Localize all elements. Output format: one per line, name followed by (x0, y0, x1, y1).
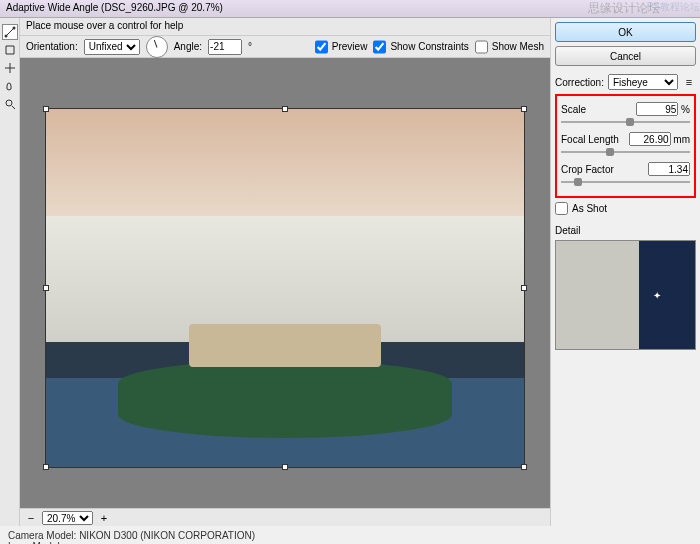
crop-handle[interactable] (282, 106, 288, 112)
show-mesh-checkbox[interactable]: Show Mesh (475, 39, 544, 55)
hand-tool-icon[interactable] (2, 78, 18, 94)
crop-handle[interactable] (43, 285, 49, 291)
window-title: Adaptive Wide Angle (DSC_9260.JPG @ 20.7… (6, 2, 223, 13)
correction-select[interactable]: Fisheye (608, 74, 678, 90)
options-bar: Orientation: Unfixed Angle: ° Preview Sh… (20, 36, 550, 58)
camera-model-label: Camera Model: (8, 530, 76, 541)
tool-column (0, 18, 20, 526)
crop-label: Crop Factor (561, 164, 614, 175)
angle-label: Angle: (174, 41, 202, 52)
show-constraints-checkbox[interactable]: Show Constraints (373, 39, 468, 55)
preview-checkbox[interactable]: Preview (315, 39, 368, 55)
scale-input[interactable] (636, 102, 678, 116)
crop-slider[interactable] (561, 178, 690, 186)
detail-preview[interactable] (555, 240, 696, 350)
crop-handle[interactable] (43, 464, 49, 470)
param-group-highlight: Scale % Focal Length mm Crop Factor (555, 94, 696, 198)
help-bar: Place mouse over a control for help (20, 18, 550, 36)
watermark-2: PS教程论坛 (647, 0, 700, 14)
focal-input[interactable] (629, 132, 671, 146)
scale-slider[interactable] (561, 118, 690, 126)
focal-label: Focal Length (561, 134, 619, 145)
svg-point-1 (12, 27, 15, 30)
angle-input[interactable] (208, 39, 242, 55)
crop-handle[interactable] (521, 464, 527, 470)
image-preview[interactable] (45, 108, 525, 468)
camera-model-value: NIKON D300 (NIKON CORPORATION) (79, 530, 255, 541)
correction-label: Correction: (555, 77, 604, 88)
svg-point-0 (4, 35, 7, 38)
window-titlebar: Adaptive Wide Angle (DSC_9260.JPG @ 20.7… (0, 0, 700, 18)
as-shot-checkbox[interactable]: As Shot (555, 202, 696, 215)
crop-handle[interactable] (282, 464, 288, 470)
detail-label: Detail (555, 225, 581, 236)
zoom-out-icon[interactable]: − (24, 511, 38, 525)
polygon-tool-icon[interactable] (2, 42, 18, 58)
panel-menu-icon[interactable]: ≡ (682, 75, 696, 89)
canvas-area[interactable] (20, 58, 550, 508)
crop-handle[interactable] (43, 106, 49, 112)
angle-dial[interactable] (146, 36, 168, 58)
focal-slider[interactable] (561, 148, 690, 156)
status-bar: − 20.7% + (20, 508, 550, 526)
move-tool-icon[interactable] (2, 60, 18, 76)
cancel-button[interactable]: Cancel (555, 46, 696, 66)
ok-button[interactable]: OK (555, 22, 696, 42)
constraint-tool-icon[interactable] (2, 24, 18, 40)
orientation-select[interactable]: Unfixed (84, 39, 140, 55)
crop-handle[interactable] (521, 285, 527, 291)
help-hint: Place mouse over a control for help (26, 20, 183, 31)
orientation-label: Orientation: (26, 41, 78, 52)
scale-label: Scale (561, 104, 586, 115)
svg-point-2 (6, 100, 12, 106)
right-panel: OK Cancel Correction: Fisheye ≡ Scale % … (550, 18, 700, 526)
zoom-tool-icon[interactable] (2, 96, 18, 112)
crop-handle[interactable] (521, 106, 527, 112)
zoom-select[interactable]: 20.7% (42, 511, 93, 525)
zoom-in-icon[interactable]: + (97, 511, 111, 525)
footer: Camera Model: NIKON D300 (NIKON CORPORAT… (0, 526, 700, 544)
crop-input[interactable] (648, 162, 690, 176)
